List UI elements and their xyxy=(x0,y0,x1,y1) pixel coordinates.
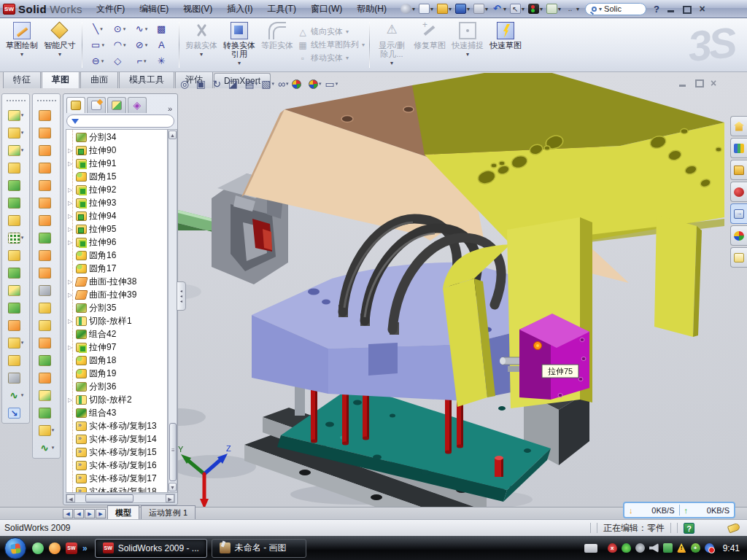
last-page-button[interactable]: ▶ xyxy=(96,509,106,518)
doc-close-button[interactable]: × xyxy=(711,79,719,87)
network-warning-icon[interactable]: ! xyxy=(677,543,686,553)
tree-item[interactable]: ▷ 拉伸95 xyxy=(66,222,167,236)
tree-item[interactable]: ▷ 曲面-拉伸38 xyxy=(66,275,167,288)
convert-entities-button[interactable]: 转换实体引用 ▾ xyxy=(220,20,258,70)
doc-restore-button[interactable] xyxy=(694,79,703,87)
ribbon-tab[interactable]: 特征 xyxy=(3,72,41,88)
update-icon[interactable] xyxy=(635,543,645,553)
document-tab[interactable]: 运动算例 1 xyxy=(141,505,196,519)
appearances-tab[interactable] xyxy=(730,225,747,246)
scroll-thumb[interactable] xyxy=(85,494,133,502)
messenger-status-icon[interactable] xyxy=(705,543,714,553)
quick-launch-overflow-icon[interactable]: » xyxy=(82,543,88,553)
menu-item[interactable]: 帮助(H) xyxy=(350,1,393,18)
tree-item[interactable]: ▷ 分割34 xyxy=(66,131,167,144)
tree-item[interactable]: ▷ 圆角17 xyxy=(66,262,167,275)
quick-tool[interactable]: ▾ xyxy=(454,3,471,15)
sketch-button[interactable]: 草图绘制 ▾ xyxy=(3,20,41,70)
expand-arrow-icon[interactable]: ▷ xyxy=(68,200,74,206)
dropdown-caret-icon[interactable]: ▾ xyxy=(503,6,506,12)
scroll-left-icon[interactable]: ◀ xyxy=(66,494,75,502)
sketch-entity-button[interactable]: ⊖▾ xyxy=(87,53,109,69)
zoom-area-icon[interactable]: ▣ xyxy=(196,78,209,90)
panel-splitter[interactable]: ◂◂◂ xyxy=(177,281,186,311)
smart-dimension-button[interactable]: 智能尺寸 ▾ xyxy=(41,20,79,70)
help-button[interactable]: ? xyxy=(654,4,659,15)
view-orientation-icon[interactable]: ▤ xyxy=(244,78,258,90)
dropdown-caret-icon[interactable]: ▾ xyxy=(430,6,433,12)
taskbar-task-button[interactable]: 未命名 - 画图 xyxy=(212,539,306,558)
menu-item[interactable]: 文件(F) xyxy=(90,1,131,18)
sketch-entity-button[interactable]: ⊘▾ xyxy=(131,37,152,53)
configurationmanager-tab[interactable] xyxy=(107,97,126,113)
dropdown-caret-icon[interactable]: ▾ xyxy=(522,6,525,12)
tree-item[interactable]: ▷ 实体-移动/复制18 xyxy=(66,485,167,493)
file-explorer-tab[interactable] xyxy=(730,203,747,224)
expand-arrow-icon[interactable]: ▷ xyxy=(68,292,74,298)
tree-item[interactable]: ▷ 曲面-拉伸39 xyxy=(66,288,167,301)
sketch-entity-button[interactable]: ⌐▾ xyxy=(131,53,152,69)
offset-entities-button[interactable]: 等距实体 xyxy=(258,20,296,70)
ribbon-tab[interactable]: 模具工具 xyxy=(119,72,174,88)
dropdown-caret-icon[interactable]: ▾ xyxy=(449,6,452,12)
appearances-icon[interactable] xyxy=(292,79,305,89)
tree-item[interactable]: ▷ 实体-移动/复制15 xyxy=(66,446,167,459)
start-button[interactable] xyxy=(4,537,26,559)
quick-tips-icon[interactable]: ? xyxy=(684,523,694,534)
scene-icon[interactable]: ▭ xyxy=(325,78,338,90)
search-box[interactable]: ▾ Solic xyxy=(585,3,646,15)
sketch-entity-button[interactable]: ◇▾ xyxy=(109,53,131,69)
quick-tool[interactable]: ▾ xyxy=(545,3,562,15)
doc-minimize-button[interactable] xyxy=(678,79,687,87)
menu-item[interactable]: 工具(T) xyxy=(261,1,303,18)
sketch-entity-button[interactable]: A▾ xyxy=(152,37,174,53)
taskbar-task-button[interactable]: SW SolidWorks 2009 - ... xyxy=(95,539,207,558)
first-page-button[interactable]: ◀ xyxy=(63,509,73,518)
expand-arrow-icon[interactable]: ▷ xyxy=(68,279,74,285)
repair-sketch-button[interactable]: 修复草图 xyxy=(411,20,449,70)
home-tab[interactable] xyxy=(730,116,747,136)
restore-button[interactable] xyxy=(682,5,692,13)
minimize-button[interactable] xyxy=(667,5,676,13)
tree-item[interactable]: ▷ 分割35 xyxy=(66,301,167,314)
menu-item[interactable]: 编辑(E) xyxy=(133,1,175,18)
ribbon-tab[interactable]: 草图 xyxy=(42,72,80,88)
tree-vertical-scrollbar[interactable]: ▲ ▼ xyxy=(168,129,177,493)
input-method-icon[interactable] xyxy=(584,544,597,553)
section-view-icon[interactable]: ◪ xyxy=(228,78,241,90)
display-style-icon[interactable]: ▧ xyxy=(261,78,274,90)
security-alert-icon[interactable]: x xyxy=(608,543,617,553)
close-button[interactable]: × xyxy=(697,5,707,13)
expand-arrow-icon[interactable]: ▷ xyxy=(68,213,74,219)
volume-icon[interactable] xyxy=(649,543,659,553)
messenger-quick-icon[interactable] xyxy=(32,542,44,554)
scroll-thumb[interactable] xyxy=(169,423,177,481)
quick-snaps-button[interactable]: 快速捕捉 ▾ xyxy=(449,20,487,70)
tabs-overflow-button[interactable]: » xyxy=(166,104,174,113)
expand-arrow-icon[interactable]: ▷ xyxy=(68,397,74,403)
tree-item[interactable]: ▷ 实体-移动/复制13 xyxy=(66,419,167,432)
featuremanager-tab[interactable] xyxy=(66,97,85,113)
ribbon-tab[interactable]: 曲面 xyxy=(80,72,118,88)
tree-item[interactable]: ▷ 圆角18 xyxy=(66,354,167,367)
dropdown-caret-icon[interactable]: ▾ xyxy=(558,6,561,12)
propertymanager-tab[interactable] xyxy=(87,97,106,113)
tree-item[interactable]: ▷ 圆角15 xyxy=(66,170,167,183)
sketch-entity-button[interactable]: ▩▾ xyxy=(152,21,174,37)
tree-item[interactable]: ▷ 切除-放样1 xyxy=(66,314,167,327)
hide-show-items-icon[interactable]: ∞ xyxy=(278,78,289,90)
tree-item[interactable]: ▷ 分割36 xyxy=(66,380,167,393)
sketch-entity-button[interactable]: ╲▾ xyxy=(87,21,109,37)
tree-item[interactable]: ▷ 拉伸97 xyxy=(66,341,167,354)
tree-item[interactable]: ▷ 圆角19 xyxy=(66,367,167,380)
network-speed-widget[interactable]: ↓ 0KB/S ↑ 0KB/S xyxy=(623,502,735,518)
tag-icon[interactable] xyxy=(727,523,740,534)
tree-item[interactable]: ▷ 组合42 xyxy=(66,327,167,341)
tree-horizontal-scrollbar[interactable]: ◀ ▶ xyxy=(66,494,175,503)
custom-properties-tab[interactable] xyxy=(730,247,747,268)
next-page-button[interactable]: ▶ xyxy=(85,509,95,518)
trim-entities-button[interactable]: 剪裁实体 ▾ xyxy=(182,20,220,70)
display-delete-relations-button[interactable]: ⚠ 显示/删除几... ▾ xyxy=(373,20,411,70)
quick-tool[interactable]: ▾ xyxy=(399,3,417,15)
scroll-right-icon[interactable]: ▶ xyxy=(166,494,174,502)
